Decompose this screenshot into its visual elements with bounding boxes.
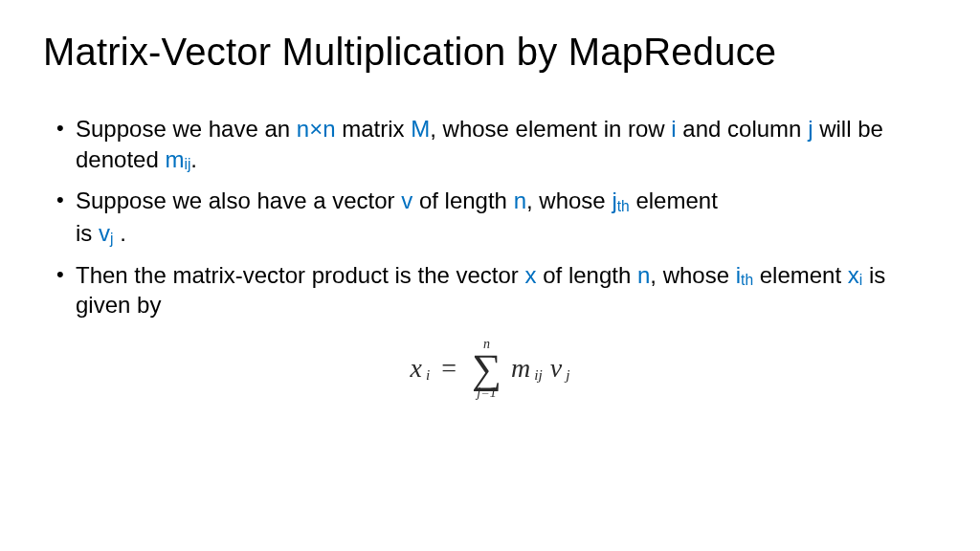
bullet-2: Suppose we also have a vector v of lengt… (62, 186, 937, 248)
term-x: x (848, 262, 859, 288)
bullet-2-line2: is vj . (76, 218, 937, 249)
text: element (753, 262, 848, 288)
formula-x: x (411, 353, 422, 384)
formula-ij-sub: ij (534, 366, 543, 384)
text: element (630, 187, 718, 213)
formula-v: v (550, 353, 562, 384)
formula-equals: = (441, 353, 457, 384)
text: . (190, 146, 197, 172)
term-x: x (525, 262, 537, 288)
term-n: n (637, 262, 650, 288)
text: . (113, 220, 125, 246)
term-v: v (401, 187, 412, 213)
term-m: m (165, 146, 184, 172)
term-th-sub: th (617, 198, 630, 214)
text: , whose element in row (430, 116, 671, 142)
text: is (76, 220, 99, 246)
term-j: j (612, 187, 616, 213)
term-j-sub: j (110, 231, 113, 247)
text: matrix (336, 116, 412, 142)
bullet-3: Then the matrix-vector product is the ve… (62, 260, 937, 320)
formula-i-sub: i (426, 366, 430, 384)
text: , whose (526, 187, 612, 213)
term-nxn: n×n (297, 116, 336, 142)
summation-icon: n ∑ j=1 (472, 338, 501, 400)
slide-body: Suppose we have an n×n matrix M, whose e… (43, 114, 937, 320)
term-ij-sub: ij (184, 156, 190, 172)
text: , whose (650, 262, 735, 288)
formula-m: m (511, 353, 530, 384)
term-v: v (99, 220, 110, 246)
term-i-sub: i (859, 272, 862, 288)
formula-j-sub: j (566, 366, 569, 384)
text: Suppose we also have a vector (76, 187, 401, 213)
sum-lower: j=1 (477, 386, 496, 400)
sigma-symbol: ∑ (472, 351, 501, 386)
slide-title: Matrix-Vector Multiplication by MapReduc… (43, 31, 937, 74)
formula-container: xi = n ∑ j=1 mijvj (43, 338, 937, 400)
text: Then the matrix-vector product is the ve… (76, 262, 525, 288)
text: of length (412, 187, 513, 213)
term-n: n (514, 187, 526, 213)
slide: Matrix-Vector Multiplication by MapReduc… (0, 0, 980, 551)
formula: xi = n ∑ j=1 mijvj (411, 338, 570, 400)
text: of length (537, 262, 637, 288)
term-th-sub: th (741, 272, 753, 288)
bullet-1: Suppose we have an n×n matrix M, whose e… (62, 114, 937, 174)
text: and column (677, 116, 808, 142)
text: Suppose we have an (76, 116, 297, 142)
term-M: M (411, 116, 430, 142)
